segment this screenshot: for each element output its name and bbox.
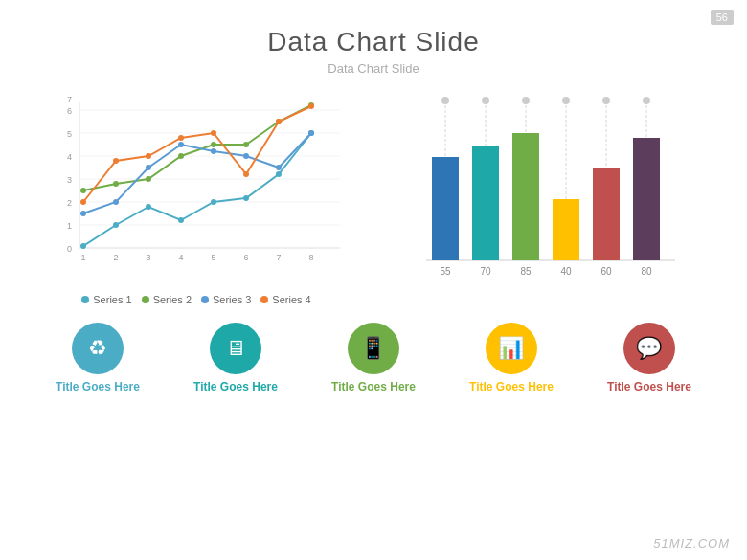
- legend-series4: Series 4: [260, 294, 310, 305]
- icon-item-1: ♻ Title Goes Here: [56, 323, 140, 393]
- svg-point-34: [146, 176, 151, 182]
- page-number: 56: [711, 10, 734, 25]
- svg-text:5: 5: [211, 253, 215, 262]
- svg-point-30: [276, 171, 282, 177]
- svg-text:1: 1: [80, 253, 85, 262]
- svg-text:70: 70: [480, 266, 491, 277]
- svg-text:80: 80: [641, 266, 652, 277]
- svg-text:6: 6: [67, 106, 72, 116]
- svg-point-66: [522, 97, 530, 104]
- chart-legend: Series 1 Series 2 Series 3 Series 4: [29, 294, 364, 305]
- svg-rect-71: [553, 199, 579, 260]
- icon-symbol-5: 💬: [636, 336, 662, 361]
- svg-point-46: [276, 165, 282, 170]
- svg-point-48: [80, 199, 86, 205]
- svg-text:2: 2: [67, 198, 72, 208]
- svg-point-49: [113, 158, 119, 164]
- svg-point-43: [178, 142, 184, 147]
- svg-point-52: [211, 130, 216, 136]
- svg-point-35: [178, 153, 184, 159]
- svg-point-37: [243, 142, 249, 147]
- svg-point-45: [243, 153, 249, 159]
- icon-circle-4: 📊: [486, 323, 537, 374]
- icon-item-2: 🖥 Title Goes Here: [193, 323, 278, 393]
- icons-section: ♻ Title Goes Here 🖥 Title Goes Here 📱 Ti…: [0, 313, 747, 393]
- line-chart-container: 0 1 2 3 4 5 6 7 1 2 3 4 5 6 7 8: [29, 93, 364, 305]
- svg-text:55: 55: [440, 266, 451, 277]
- svg-point-25: [113, 222, 119, 228]
- line-chart: 0 1 2 3 4 5 6 7 1 2 3 4 5 6 7 8: [29, 93, 364, 284]
- svg-text:4: 4: [178, 253, 183, 262]
- svg-point-53: [243, 171, 249, 177]
- icon-item-4: 📊 Title Goes Here: [469, 323, 554, 393]
- svg-text:0: 0: [67, 244, 72, 254]
- svg-point-62: [482, 97, 489, 104]
- svg-point-74: [602, 97, 610, 104]
- svg-point-70: [562, 97, 570, 104]
- svg-point-32: [80, 188, 86, 193]
- icon-label-5: Title Goes Here: [607, 380, 691, 393]
- svg-rect-79: [633, 138, 660, 260]
- icon-label-3: Title Goes Here: [331, 380, 416, 393]
- slide-title: Data Chart Slide: [0, 27, 747, 57]
- icon-circle-3: 📱: [348, 323, 399, 374]
- svg-text:6: 6: [243, 253, 248, 262]
- svg-text:2: 2: [113, 253, 118, 262]
- svg-point-28: [211, 199, 216, 205]
- icon-circle-1: ♻: [72, 323, 124, 374]
- icon-item-3: 📱 Title Goes Here: [331, 323, 416, 393]
- svg-text:60: 60: [600, 266, 612, 277]
- svg-point-41: [113, 199, 119, 205]
- icon-symbol-3: 📱: [360, 336, 386, 361]
- svg-text:7: 7: [67, 95, 72, 104]
- svg-point-26: [146, 204, 151, 210]
- svg-point-29: [243, 195, 249, 201]
- icon-label-2: Title Goes Here: [193, 380, 278, 393]
- legend-series1: Series 1: [81, 294, 131, 305]
- svg-text:4: 4: [67, 152, 72, 162]
- icon-symbol-4: 📊: [498, 336, 524, 361]
- svg-text:5: 5: [67, 129, 72, 139]
- svg-text:3: 3: [67, 175, 72, 185]
- svg-point-27: [178, 217, 184, 223]
- legend-series1-label: Series 1: [93, 294, 131, 305]
- svg-point-36: [211, 142, 216, 147]
- svg-text:40: 40: [560, 266, 572, 277]
- content-area: 0 1 2 3 4 5 6 7 1 2 3 4 5 6 7 8: [0, 93, 747, 305]
- svg-point-54: [276, 119, 282, 124]
- icon-circle-5: 💬: [623, 323, 675, 374]
- svg-rect-59: [432, 157, 459, 260]
- legend-series4-label: Series 4: [272, 294, 310, 305]
- svg-text:1: 1: [67, 221, 72, 231]
- svg-point-55: [308, 103, 314, 109]
- bar-chart-container: 55 70 85 40 60 80: [383, 93, 718, 305]
- svg-point-24: [80, 243, 86, 249]
- svg-point-33: [113, 181, 119, 187]
- icon-symbol-1: ♻: [88, 336, 107, 361]
- legend-series3: Series 3: [201, 294, 251, 305]
- svg-point-50: [146, 153, 151, 159]
- icon-symbol-2: 🖥: [225, 336, 246, 361]
- slide-subtitle: Data Chart Slide: [0, 61, 747, 76]
- svg-point-42: [146, 165, 151, 170]
- legend-series2: Series 2: [142, 294, 192, 305]
- svg-point-40: [80, 211, 86, 216]
- svg-point-51: [178, 135, 184, 141]
- icon-item-5: 💬 Title Goes Here: [607, 323, 691, 393]
- icon-circle-2: 🖥: [210, 323, 261, 374]
- legend-series3-label: Series 3: [213, 294, 251, 305]
- svg-text:85: 85: [520, 266, 532, 277]
- icon-label-4: Title Goes Here: [469, 380, 554, 393]
- svg-point-58: [441, 97, 449, 104]
- bar-chart: 55 70 85 40 60 80: [417, 93, 685, 284]
- svg-rect-63: [472, 146, 499, 260]
- svg-text:3: 3: [146, 253, 150, 262]
- svg-text:8: 8: [308, 253, 313, 262]
- svg-point-47: [308, 130, 314, 136]
- legend-series2-label: Series 2: [153, 294, 192, 305]
- svg-point-44: [211, 148, 216, 154]
- svg-rect-67: [512, 133, 539, 260]
- svg-rect-75: [593, 168, 620, 260]
- watermark: 51MIZ.COM: [653, 536, 730, 550]
- svg-point-78: [643, 97, 650, 104]
